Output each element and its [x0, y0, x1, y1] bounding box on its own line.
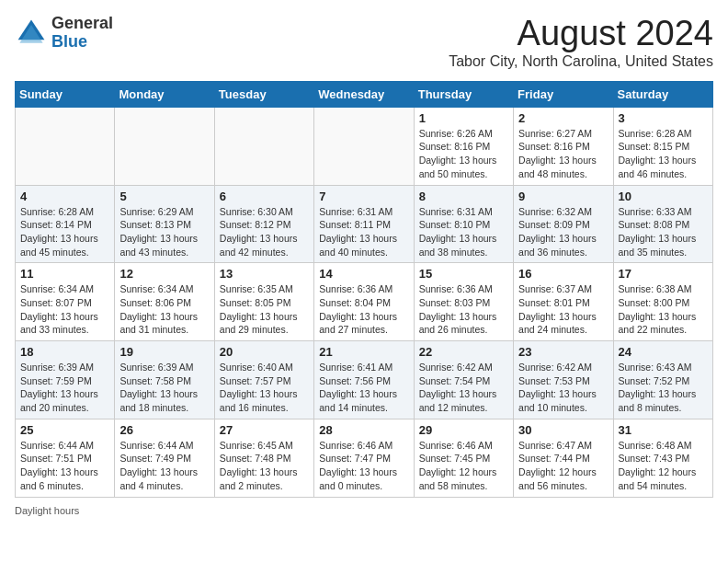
day-info: Sunrise: 6:34 AM Sunset: 8:07 PM Dayligh… — [20, 282, 109, 337]
day-info: Sunrise: 6:28 AM Sunset: 8:14 PM Dayligh… — [20, 205, 109, 259]
day-info: Sunrise: 6:31 AM Sunset: 8:10 PM Dayligh… — [419, 205, 508, 259]
calendar-cell: 8Sunrise: 6:31 AM Sunset: 8:10 PM Daylig… — [414, 185, 513, 263]
location-title: Tabor City, North Carolina, United State… — [449, 53, 713, 70]
day-number: 24 — [619, 345, 708, 359]
logo-icon — [15, 17, 48, 50]
calendar-header-row: SundayMondayTuesdayWednesdayThursdayFrid… — [16, 81, 713, 107]
calendar-cell: 23Sunrise: 6:42 AM Sunset: 7:53 PM Dayli… — [514, 341, 613, 419]
day-info: Sunrise: 6:44 AM Sunset: 7:51 PM Dayligh… — [20, 439, 109, 493]
day-number: 20 — [220, 345, 309, 359]
day-info: Sunrise: 6:33 AM Sunset: 8:08 PM Dayligh… — [619, 205, 708, 259]
calendar-cell: 22Sunrise: 6:42 AM Sunset: 7:54 PM Dayli… — [414, 341, 513, 419]
day-info: Sunrise: 6:31 AM Sunset: 8:11 PM Dayligh… — [319, 205, 408, 259]
calendar-week-3: 11Sunrise: 6:34 AM Sunset: 8:07 PM Dayli… — [16, 263, 713, 341]
calendar-cell: 17Sunrise: 6:38 AM Sunset: 8:00 PM Dayli… — [613, 263, 712, 341]
calendar-cell: 25Sunrise: 6:44 AM Sunset: 7:51 PM Dayli… — [16, 419, 115, 497]
day-number: 28 — [319, 423, 408, 437]
day-info: Sunrise: 6:43 AM Sunset: 7:52 PM Dayligh… — [619, 361, 708, 415]
calendar-cell: 1Sunrise: 6:26 AM Sunset: 8:16 PM Daylig… — [414, 107, 513, 185]
logo-text: General Blue — [51, 15, 113, 52]
day-number: 10 — [619, 190, 708, 203]
day-info: Sunrise: 6:36 AM Sunset: 8:03 PM Dayligh… — [419, 282, 508, 337]
day-info: Sunrise: 6:42 AM Sunset: 7:53 PM Dayligh… — [518, 361, 608, 415]
calendar-cell: 16Sunrise: 6:37 AM Sunset: 8:01 PM Dayli… — [514, 263, 613, 341]
calendar-cell: 12Sunrise: 6:34 AM Sunset: 8:06 PM Dayli… — [115, 263, 214, 341]
day-info: Sunrise: 6:39 AM Sunset: 7:58 PM Dayligh… — [119, 361, 209, 415]
day-info: Sunrise: 6:42 AM Sunset: 7:54 PM Dayligh… — [419, 361, 508, 415]
header: General Blue August 2024 Tabor City, Nor… — [15, 15, 713, 70]
day-info: Sunrise: 6:30 AM Sunset: 8:12 PM Dayligh… — [220, 205, 309, 259]
calendar-cell: 24Sunrise: 6:43 AM Sunset: 7:52 PM Dayli… — [613, 341, 712, 419]
calendar-week-4: 18Sunrise: 6:39 AM Sunset: 7:59 PM Dayli… — [16, 341, 713, 419]
calendar-week-2: 4Sunrise: 6:28 AM Sunset: 8:14 PM Daylig… — [16, 185, 713, 263]
calendar-cell — [115, 107, 214, 185]
day-number: 4 — [20, 190, 109, 203]
day-info: Sunrise: 6:37 AM Sunset: 8:01 PM Dayligh… — [518, 282, 608, 337]
day-info: Sunrise: 6:28 AM Sunset: 8:15 PM Dayligh… — [619, 127, 708, 181]
day-info: Sunrise: 6:36 AM Sunset: 8:04 PM Dayligh… — [319, 282, 408, 337]
day-info: Sunrise: 6:26 AM Sunset: 8:16 PM Dayligh… — [419, 127, 508, 181]
day-number: 1 — [419, 111, 508, 125]
day-info: Sunrise: 6:29 AM Sunset: 8:13 PM Dayligh… — [119, 205, 209, 259]
col-header-tuesday: Tuesday — [214, 81, 313, 107]
day-number: 25 — [20, 423, 109, 437]
day-info: Sunrise: 6:46 AM Sunset: 7:45 PM Dayligh… — [419, 439, 508, 493]
calendar-cell: 31Sunrise: 6:48 AM Sunset: 7:43 PM Dayli… — [613, 419, 712, 497]
calendar-cell: 10Sunrise: 6:33 AM Sunset: 8:08 PM Dayli… — [613, 185, 712, 263]
calendar-cell: 21Sunrise: 6:41 AM Sunset: 7:56 PM Dayli… — [314, 341, 414, 419]
calendar-cell: 30Sunrise: 6:47 AM Sunset: 7:44 PM Dayli… — [514, 419, 613, 497]
calendar-cell: 28Sunrise: 6:46 AM Sunset: 7:47 PM Dayli… — [314, 419, 414, 497]
col-header-friday: Friday — [514, 81, 613, 107]
day-info: Sunrise: 6:48 AM Sunset: 7:43 PM Dayligh… — [619, 439, 708, 493]
calendar-cell — [16, 107, 115, 185]
title-area: August 2024 Tabor City, North Carolina, … — [449, 15, 713, 70]
day-number: 6 — [220, 190, 309, 203]
col-header-wednesday: Wednesday — [314, 81, 414, 107]
day-info: Sunrise: 6:44 AM Sunset: 7:49 PM Dayligh… — [119, 439, 209, 493]
calendar-week-5: 25Sunrise: 6:44 AM Sunset: 7:51 PM Dayli… — [16, 419, 713, 497]
calendar-cell — [314, 107, 414, 185]
day-number: 3 — [619, 111, 708, 125]
calendar-cell: 13Sunrise: 6:35 AM Sunset: 8:05 PM Dayli… — [214, 263, 313, 341]
calendar-cell: 27Sunrise: 6:45 AM Sunset: 7:48 PM Dayli… — [214, 419, 313, 497]
calendar-cell — [214, 107, 313, 185]
col-header-saturday: Saturday — [613, 81, 712, 107]
calendar: SundayMondayTuesdayWednesdayThursdayFrid… — [15, 81, 713, 498]
logo: General Blue — [15, 15, 113, 52]
day-number: 14 — [319, 267, 408, 281]
calendar-cell: 6Sunrise: 6:30 AM Sunset: 8:12 PM Daylig… — [214, 185, 313, 263]
day-number: 21 — [319, 345, 408, 359]
col-header-sunday: Sunday — [16, 81, 115, 107]
day-info: Sunrise: 6:40 AM Sunset: 7:57 PM Dayligh… — [220, 361, 309, 415]
calendar-cell: 18Sunrise: 6:39 AM Sunset: 7:59 PM Dayli… — [16, 341, 115, 419]
day-number: 12 — [119, 267, 209, 281]
calendar-cell: 5Sunrise: 6:29 AM Sunset: 8:13 PM Daylig… — [115, 185, 214, 263]
calendar-cell: 15Sunrise: 6:36 AM Sunset: 8:03 PM Dayli… — [414, 263, 513, 341]
calendar-week-1: 1Sunrise: 6:26 AM Sunset: 8:16 PM Daylig… — [16, 107, 713, 185]
day-info: Sunrise: 6:47 AM Sunset: 7:44 PM Dayligh… — [518, 439, 608, 493]
footer: Daylight hours — [15, 505, 713, 516]
day-info: Sunrise: 6:32 AM Sunset: 8:09 PM Dayligh… — [518, 205, 608, 259]
day-number: 17 — [619, 267, 708, 281]
calendar-cell: 4Sunrise: 6:28 AM Sunset: 8:14 PM Daylig… — [16, 185, 115, 263]
day-number: 2 — [518, 111, 608, 125]
calendar-cell: 11Sunrise: 6:34 AM Sunset: 8:07 PM Dayli… — [16, 263, 115, 341]
day-info: Sunrise: 6:27 AM Sunset: 8:16 PM Dayligh… — [518, 127, 608, 181]
calendar-cell: 14Sunrise: 6:36 AM Sunset: 8:04 PM Dayli… — [314, 263, 414, 341]
day-info: Sunrise: 6:41 AM Sunset: 7:56 PM Dayligh… — [319, 361, 408, 415]
calendar-cell: 2Sunrise: 6:27 AM Sunset: 8:16 PM Daylig… — [514, 107, 613, 185]
day-number: 15 — [419, 267, 508, 281]
day-number: 31 — [619, 423, 708, 437]
day-info: Sunrise: 6:46 AM Sunset: 7:47 PM Dayligh… — [319, 439, 408, 493]
day-number: 13 — [220, 267, 309, 281]
day-number: 18 — [20, 345, 109, 359]
day-number: 30 — [518, 423, 608, 437]
day-number: 5 — [119, 190, 209, 203]
calendar-cell: 20Sunrise: 6:40 AM Sunset: 7:57 PM Dayli… — [214, 341, 313, 419]
day-number: 29 — [419, 423, 508, 437]
day-info: Sunrise: 6:45 AM Sunset: 7:48 PM Dayligh… — [220, 439, 309, 493]
daylight-label: Daylight hours — [15, 505, 79, 516]
day-number: 27 — [220, 423, 309, 437]
col-header-monday: Monday — [115, 81, 214, 107]
calendar-cell: 7Sunrise: 6:31 AM Sunset: 8:11 PM Daylig… — [314, 185, 414, 263]
